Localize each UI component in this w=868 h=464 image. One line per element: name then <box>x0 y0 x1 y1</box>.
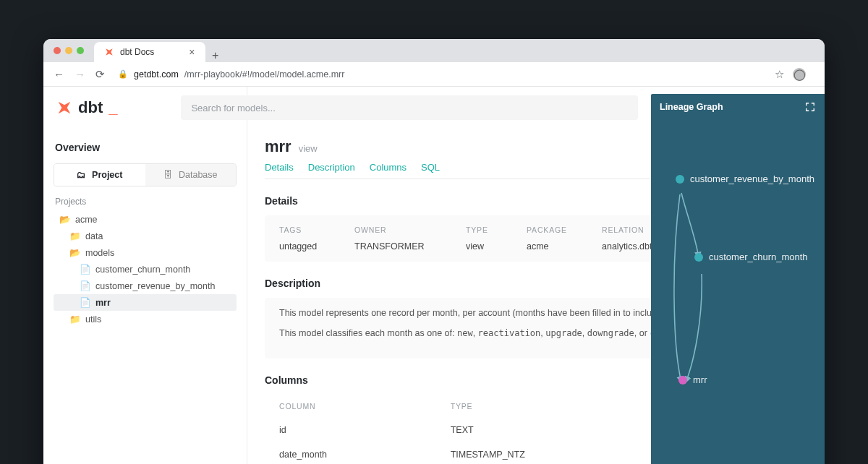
sidebar-tab-project[interactable]: 🗂 Project <box>54 164 145 186</box>
dbt-logo[interactable]: dbt_ <box>56 98 117 117</box>
tree-item-utils[interactable]: 📁utils <box>54 311 237 327</box>
code-token: upgrade <box>545 328 582 338</box>
browser-tab[interactable]: dbt Docs × <box>94 42 205 62</box>
details-value-type: view <box>466 241 509 252</box>
forward-icon[interactable]: → <box>75 68 85 80</box>
page: dbt_ Search for models... Overview 🗂 Pro… <box>43 87 825 464</box>
tree-item-models[interactable]: 📂models <box>54 244 237 261</box>
node-label: mrr <box>693 374 707 385</box>
url-path: /mrr-playbook/#!/model/model.acme.mrr <box>184 69 345 80</box>
search-placeholder: Search for models... <box>191 103 275 113</box>
node-label: customer_revenue_by_month <box>690 173 814 184</box>
lineage-edges <box>651 120 825 464</box>
dbt-logo-icon <box>56 100 72 116</box>
reload-icon[interactable]: ⟳ <box>95 68 105 81</box>
back-icon[interactable]: ← <box>54 68 64 80</box>
details-header-tags: TAGS <box>279 225 337 234</box>
file-icon: 📄 <box>80 264 90 275</box>
folder-icon: 🗂 <box>77 170 86 180</box>
browser-addressbar: ← → ⟳ 🔒 getdbt.com/mrr-playbook/#!/model… <box>43 62 825 87</box>
model-name: mrr <box>265 137 292 156</box>
node-dot-icon <box>676 175 684 184</box>
lineage-node-focused[interactable]: mrr <box>678 374 707 385</box>
lineage-panel: Lineage Graph <box>651 94 825 464</box>
node-dot-icon <box>678 376 687 384</box>
browser-window: dbt Docs × + ← → ⟳ 🔒 getdbt.com/mrr-play… <box>43 39 825 464</box>
browser-tabbar: dbt Docs × + <box>43 39 825 62</box>
details-value-owner: TRANSFORMER <box>354 241 448 252</box>
tree-item-data[interactable]: 📁data <box>54 228 237 244</box>
nav-controls: ← → ⟳ <box>54 68 105 81</box>
lock-icon: 🔒 <box>118 69 128 79</box>
code-token: reactivation <box>478 328 541 338</box>
details-header-type: TYPE <box>466 225 509 234</box>
overview-heading: Overview <box>55 142 237 153</box>
folder-icon: 📁 <box>69 231 80 241</box>
projects-label: Projects <box>55 197 237 207</box>
code-token: downgrade <box>587 328 634 338</box>
file-icon: 📄 <box>80 297 90 308</box>
new-tab-button[interactable]: + <box>205 49 226 62</box>
lineage-title: Lineage Graph <box>660 102 723 112</box>
minimize-window-icon[interactable] <box>65 47 72 54</box>
project-tree: 📂acme 📁data 📂models 📄customer_churn_mont… <box>54 211 237 327</box>
columns-cell-type: TIMESTAMP_NTZ <box>451 450 622 460</box>
lineage-header: Lineage Graph <box>651 94 825 120</box>
lineage-node[interactable]: customer_revenue_by_month <box>676 173 814 184</box>
folder-icon: 📁 <box>69 314 80 325</box>
database-icon: 🗄 <box>163 170 173 180</box>
folder-open-icon: 📂 <box>69 247 80 258</box>
columns-header-column: COLUMN <box>279 402 451 411</box>
details-header-package: PACKAGE <box>527 225 584 234</box>
browser-tab-title: dbt Docs <box>120 47 154 57</box>
logo-cursor: _ <box>109 98 117 117</box>
window-controls <box>51 39 88 62</box>
maximize-window-icon[interactable] <box>77 47 84 54</box>
lineage-graph[interactable]: customer_revenue_by_month customer_churn… <box>651 120 825 464</box>
sidebar-tab-label: Project <box>92 170 122 180</box>
logo-text: dbt <box>78 98 103 117</box>
url-input[interactable]: 🔒 getdbt.com/mrr-playbook/#!/model/model… <box>114 69 766 80</box>
favicon-icon <box>104 47 114 57</box>
node-label: customer_churn_month <box>709 252 808 262</box>
tree-item-model[interactable]: 📄customer_revenue_by_month <box>54 278 237 294</box>
account-icon[interactable]: ◯ <box>793 68 806 81</box>
sidebar-tab-label: Database <box>179 170 218 180</box>
file-icon: 📄 <box>80 280 90 291</box>
details-header-owner: OWNER <box>354 225 448 234</box>
sidebar-tab-database[interactable]: 🗄 Database <box>145 164 237 186</box>
lineage-node[interactable]: customer_churn_month <box>694 252 808 262</box>
tab-details[interactable]: Details <box>265 162 294 173</box>
tab-sql[interactable]: SQL <box>421 162 440 173</box>
node-dot-icon <box>694 253 703 262</box>
tab-description[interactable]: Description <box>308 162 355 173</box>
close-window-icon[interactable] <box>54 47 61 54</box>
url-host: getdbt.com <box>134 69 179 80</box>
columns-cell-name: id <box>279 425 451 435</box>
tree-item-acme[interactable]: 📂acme <box>54 211 237 228</box>
details-value-tags: untagged <box>279 241 337 252</box>
details-value-package: acme <box>527 241 584 252</box>
tab-columns[interactable]: Columns <box>370 162 407 173</box>
sidebar: Overview 🗂 Project 🗄 Database Projects 📂… <box>43 87 247 464</box>
search-input[interactable]: Search for models... <box>181 95 638 120</box>
tree-item-model-selected[interactable]: 📄mrr <box>54 294 237 311</box>
materialization-badge: view <box>299 143 318 154</box>
columns-cell-type: TEXT <box>451 425 622 435</box>
columns-cell-name: date_month <box>279 450 451 460</box>
bookmark-icon[interactable]: ☆ <box>775 68 784 81</box>
close-tab-icon[interactable]: × <box>189 47 195 57</box>
tree-item-model[interactable]: 📄customer_churn_month <box>54 261 237 278</box>
expand-icon[interactable] <box>804 101 816 113</box>
sidebar-tabs: 🗂 Project 🗄 Database <box>54 163 237 186</box>
folder-open-icon: 📂 <box>59 214 69 225</box>
code-token: new <box>457 328 473 338</box>
columns-header-type: TYPE <box>451 402 622 411</box>
